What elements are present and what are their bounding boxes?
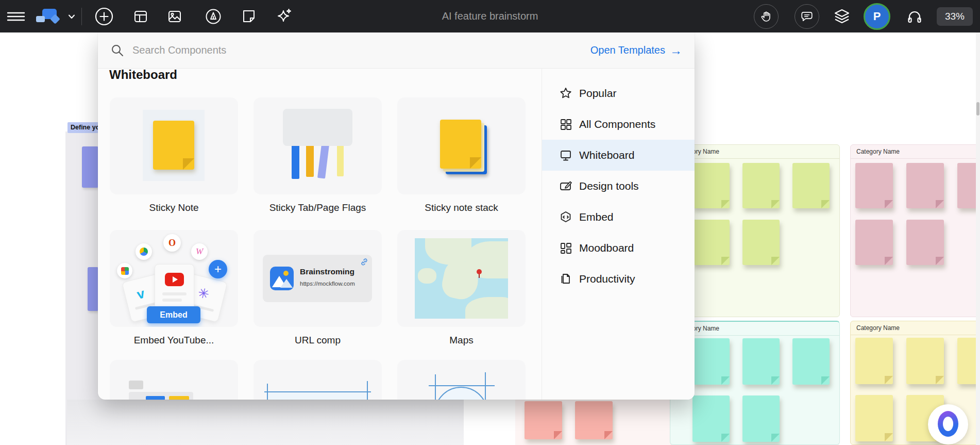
vimeo-icon: v xyxy=(135,285,146,303)
category-panel-pink[interactable]: Category Name xyxy=(850,144,980,317)
mountain-glyph xyxy=(280,279,293,288)
ai-sparkle-icon[interactable] xyxy=(275,7,293,26)
logo-shape xyxy=(36,16,45,22)
search-icon xyxy=(110,43,124,57)
sticky-note[interactable] xyxy=(575,401,613,439)
sticky-note[interactable] xyxy=(742,338,780,385)
sidebar-item-all-components[interactable]: All Components xyxy=(542,109,695,140)
top-toolbar: AI feature brainstorm P 33% xyxy=(0,0,980,32)
sidebar-item-label: Moodboard xyxy=(579,242,634,254)
stack-note-yellow xyxy=(440,120,481,169)
sticky-note[interactable] xyxy=(855,220,893,265)
sticky-note[interactable] xyxy=(906,220,944,265)
sticky-note[interactable] xyxy=(742,220,780,265)
component-card-maps[interactable] xyxy=(397,230,526,327)
headphones-icon[interactable] xyxy=(906,8,923,25)
component-card-partial[interactable] xyxy=(254,360,382,400)
add-circle-icon[interactable] xyxy=(93,6,115,27)
component-card-sticky-note[interactable] xyxy=(110,97,238,194)
sticky-note[interactable] xyxy=(692,220,730,265)
category-panel-green[interactable]: Category Name xyxy=(670,144,840,317)
embed-code-icon xyxy=(559,210,572,224)
component-label: Sticky Note xyxy=(110,202,238,213)
sticky-note[interactable] xyxy=(742,163,780,208)
chevron-down-icon[interactable] xyxy=(67,12,76,21)
scrollbar-thumb[interactable] xyxy=(976,102,979,116)
avatar-initial: P xyxy=(873,10,881,23)
sticky-note[interactable] xyxy=(855,163,893,208)
word-badge-icon: W xyxy=(191,243,208,260)
component-label: Maps xyxy=(397,335,526,346)
url-card-link: https://mockflow.com xyxy=(300,281,355,287)
star-icon xyxy=(559,87,572,100)
sticky-note[interactable] xyxy=(906,163,944,208)
sidebar-item-design-tools[interactable]: Design tools xyxy=(542,171,695,202)
plus-glyph: + xyxy=(214,263,222,275)
sidebar-item-whiteboard[interactable]: Whiteboard xyxy=(542,140,695,171)
component-card-sticky-tabs[interactable] xyxy=(254,97,382,194)
sidebar-item-productivity[interactable]: Productivity xyxy=(542,263,695,294)
canvas-purple-shape[interactable] xyxy=(88,267,98,311)
layout-icon[interactable] xyxy=(132,8,149,25)
sidebar-item-label: Whiteboard xyxy=(579,149,634,161)
tab-holder xyxy=(283,109,352,146)
sticky-note[interactable] xyxy=(792,163,830,208)
blue-bar xyxy=(146,396,165,400)
comments-icon[interactable] xyxy=(795,4,819,29)
sticky-note[interactable] xyxy=(906,338,944,384)
canvas-purple-shape[interactable] xyxy=(82,146,98,188)
sidebar-item-popular[interactable]: Popular xyxy=(542,78,695,109)
sticky-note[interactable] xyxy=(855,395,893,441)
embed-button[interactable]: Embed xyxy=(147,306,200,323)
yellow-bar xyxy=(169,396,189,400)
play-icon xyxy=(173,276,178,283)
map-land xyxy=(418,268,436,284)
browser-logo[interactable] xyxy=(928,404,968,444)
sticky-note[interactable] xyxy=(855,338,893,384)
asterisk-icon: ✳ xyxy=(196,285,211,303)
drive-glyph xyxy=(140,248,148,256)
sticky-note[interactable] xyxy=(692,163,730,208)
sticky-note[interactable] xyxy=(792,338,830,385)
category-panel-cyan[interactable]: Category Name xyxy=(670,321,840,445)
sidebar-item-label: All Components xyxy=(579,118,655,130)
app-logo[interactable] xyxy=(36,8,63,25)
sticky-note[interactable] xyxy=(692,338,730,385)
component-card-sticky-stack[interactable] xyxy=(397,97,526,194)
image-thumb-icon xyxy=(270,267,294,290)
component-card-partial[interactable] xyxy=(110,360,238,400)
draw-shapes-icon[interactable] xyxy=(205,8,222,25)
sticky-note[interactable] xyxy=(742,395,780,442)
sticky-note[interactable] xyxy=(525,401,562,439)
component-card-url[interactable]: Brainstroming https://mockflow.com xyxy=(254,230,382,327)
avatar[interactable]: P xyxy=(864,3,890,30)
drive-badge-icon xyxy=(136,243,152,260)
guide-line xyxy=(435,374,436,400)
link-icon xyxy=(360,258,368,266)
open-templates-link[interactable]: Open Templates → xyxy=(590,43,682,58)
url-card-title: Brainstroming xyxy=(300,267,354,276)
moodboard-icon xyxy=(559,241,572,255)
component-label: URL comp xyxy=(254,335,382,346)
component-picker-panel: Open Templates → Whiteboard Sticky Note … xyxy=(98,32,695,400)
component-card-partial[interactable] xyxy=(397,360,526,400)
sticky-note[interactable] xyxy=(692,395,730,442)
search-input[interactable] xyxy=(131,44,401,57)
canvas-gray-region xyxy=(67,400,464,445)
sidebar-item-embed[interactable]: Embed xyxy=(542,202,695,233)
zoom-level-badge[interactable]: 33% xyxy=(937,7,973,26)
measure-line xyxy=(264,391,371,392)
hamburger-icon[interactable] xyxy=(6,8,26,25)
w-glyph: W xyxy=(196,246,203,257)
monitor-icon xyxy=(559,149,572,162)
hand-tool-icon[interactable] xyxy=(754,4,779,29)
sticky-note-icon[interactable] xyxy=(241,8,257,25)
image-icon[interactable] xyxy=(166,8,183,25)
sidebar-item-moodboard[interactable]: Moodboard xyxy=(542,233,695,263)
layers-icon[interactable] xyxy=(833,7,851,26)
document-icon xyxy=(559,272,572,286)
component-card-embed-youtube[interactable]: v ✳ O W xyxy=(110,230,238,327)
url-preview-card: Brainstroming https://mockflow.com xyxy=(263,255,372,302)
scrollbar-track[interactable] xyxy=(976,32,980,445)
placeholder-pill xyxy=(129,381,143,389)
